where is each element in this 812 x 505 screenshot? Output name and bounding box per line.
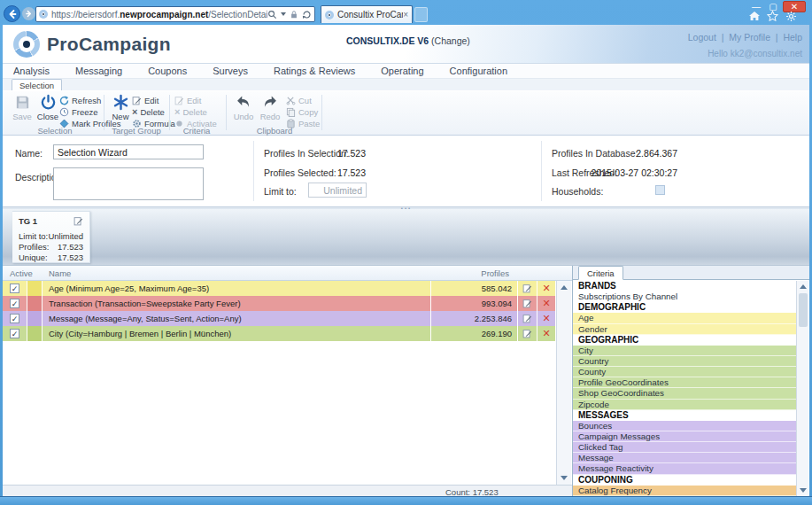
menu-item-ratings-reviews[interactable]: Ratings & Reviews xyxy=(274,66,355,76)
row-delete-icon[interactable]: ✕ xyxy=(537,311,556,326)
save-button[interactable]: Save xyxy=(10,93,35,125)
tab-criteria[interactable]: Criteria xyxy=(578,266,623,280)
target-group-card[interactable]: TG 1 Limit to:Unlimited Profiles:17.523 … xyxy=(12,211,90,263)
home-button[interactable] xyxy=(748,11,761,21)
menu-item-surveys[interactable]: Surveys xyxy=(213,66,248,76)
refresh-button[interactable]: Refresh xyxy=(59,95,101,105)
name-input[interactable] xyxy=(53,144,204,159)
tab-selection[interactable]: Selection xyxy=(12,79,62,90)
column-separator xyxy=(253,141,254,201)
criteria-row-city[interactable]: ✓ City (City=Hamburg | Bremen | Berlin |… xyxy=(3,326,556,341)
criteria-item-msg-reactivity[interactable]: Message Reactivity xyxy=(573,463,797,474)
new-tab-button[interactable] xyxy=(414,7,428,22)
criteria-item-county[interactable]: County xyxy=(573,367,797,377)
scroll-up-arrow[interactable] xyxy=(800,284,807,289)
criteria-item-catalog-freq[interactable]: Catalog Frequency xyxy=(573,486,797,496)
back-button[interactable] xyxy=(4,5,20,22)
criteria-row-age[interactable]: ✓ Age (Minimum Age=25, Maximum Age=35) 5… xyxy=(3,281,556,296)
tg-limit-value: Unlimited xyxy=(48,231,83,241)
menu-item-messaging[interactable]: Messaging xyxy=(75,66,122,76)
tab-close-icon[interactable]: × xyxy=(403,10,408,19)
row-edit-icon[interactable] xyxy=(522,284,532,293)
criteria-item-message[interactable]: Message xyxy=(573,453,797,463)
row-profiles: 993.094 xyxy=(431,296,518,311)
criteria-edit-button[interactable]: Edit xyxy=(174,95,201,105)
row-delete-icon[interactable]: ✕ xyxy=(537,296,556,311)
copy-label: Copy xyxy=(298,107,318,117)
cut-button[interactable]: Cut xyxy=(286,95,312,105)
profiles-in-database-value: 2.864.367 xyxy=(605,148,677,159)
undo-button[interactable]: Undo xyxy=(231,93,256,125)
search-dropdown-caret[interactable] xyxy=(281,12,286,16)
lock-icon xyxy=(290,10,298,19)
ribbon-tabstrip: Selection xyxy=(3,79,809,90)
criteria-item-shop-geo[interactable]: Shop GeoCoordinates xyxy=(573,388,797,399)
tg-edit-icon[interactable] xyxy=(73,216,83,226)
criteria-item-country[interactable]: Country xyxy=(573,356,797,367)
table-scrollbar[interactable] xyxy=(556,281,571,485)
menu-item-operating[interactable]: Operating xyxy=(381,66,423,76)
criteria-item-clicked-tag[interactable]: Clicked Tag xyxy=(573,442,797,453)
menu-item-configuration[interactable]: Configuration xyxy=(450,66,507,76)
status-bar: Count: 17.523 xyxy=(3,485,572,496)
freeze-label: Freeze xyxy=(72,107,98,117)
row-name: Message (Message=Any, Status=Sent, Actio… xyxy=(43,311,431,326)
row-edit-icon[interactable] xyxy=(522,299,532,308)
row-active-checkbox[interactable]: ✓ xyxy=(10,299,19,308)
ribbon-separator xyxy=(169,95,170,130)
row-delete-icon[interactable]: ✕ xyxy=(537,281,556,296)
criteria-item-campaign-msgs[interactable]: Campaign Messages xyxy=(573,431,797,442)
address-bar[interactable]: https://beiersdorf.newprocampaign.net/Se… xyxy=(35,6,315,22)
scroll-up-arrow[interactable] xyxy=(561,285,568,290)
copy-button[interactable]: Copy xyxy=(286,106,318,117)
criteria-scrollbar[interactable] xyxy=(796,281,808,496)
main-area: Active Name Profiles ✓ Age (Minimum Age=… xyxy=(3,265,809,496)
criteria-item-subscriptions[interactable]: Subscriptions By Channel xyxy=(573,291,797,302)
menu-item-coupons[interactable]: Coupons xyxy=(148,66,187,76)
criteria-item-zipcode[interactable]: Zipcode xyxy=(573,400,797,410)
criteria-delete-button[interactable]: × Delete xyxy=(174,106,207,117)
redo-icon xyxy=(261,94,279,111)
description-input[interactable] xyxy=(53,167,204,200)
criteria-row-transaction[interactable]: ✓ Transaction (Transaction=Sweepstake Pa… xyxy=(3,296,556,311)
search-icon[interactable] xyxy=(267,10,277,19)
limit-to-input[interactable] xyxy=(308,183,367,198)
criteria-item-profile-geo[interactable]: Profile GeoCoordinates xyxy=(573,377,797,388)
households-checkbox[interactable] xyxy=(655,185,665,195)
menu-item-analysis[interactable]: Analysis xyxy=(13,66,50,76)
row-profiles: 2.253.846 xyxy=(431,311,518,326)
criteria-row-message[interactable]: ✓ Message (Message=Any, Status=Sent, Act… xyxy=(3,311,556,326)
redo-button[interactable]: Redo xyxy=(258,93,282,125)
logout-link[interactable]: Logout xyxy=(688,32,716,43)
row-delete-icon[interactable]: ✕ xyxy=(537,326,556,341)
new-target-group-button[interactable]: New xyxy=(108,93,133,125)
criteria-item-city[interactable]: City xyxy=(573,346,797,356)
criteria-item-gender[interactable]: Gender xyxy=(573,324,797,335)
window-bottom-border xyxy=(0,496,812,505)
change-account-link[interactable]: (Change) xyxy=(431,35,470,46)
tg-delete-button[interactable]: × Delete xyxy=(132,106,165,117)
row-edit-icon[interactable] xyxy=(522,314,532,323)
app-header: ProCampaign CONSULTIX.DE V6 (Change) Log… xyxy=(3,25,809,64)
forward-button[interactable] xyxy=(22,7,35,20)
scroll-down-arrow[interactable] xyxy=(561,476,568,480)
my-profile-link[interactable]: My Profile xyxy=(729,32,770,43)
row-active-checkbox[interactable]: ✓ xyxy=(10,314,19,323)
tg-edit-button[interactable]: Edit xyxy=(132,95,159,105)
close-button[interactable]: Close xyxy=(35,93,60,125)
ribbon-separator xyxy=(321,95,322,130)
browser-tab[interactable]: Consultix ProCampaign × xyxy=(321,5,413,23)
criteria-item-age[interactable]: Age xyxy=(573,313,797,323)
cut-label: Cut xyxy=(298,96,312,105)
favorites-button[interactable] xyxy=(767,11,778,21)
row-edit-icon[interactable] xyxy=(522,329,532,338)
scroll-down-arrow[interactable] xyxy=(800,488,807,493)
row-active-checkbox[interactable]: ✓ xyxy=(10,284,19,293)
settings-button[interactable] xyxy=(785,11,797,22)
row-active-checkbox[interactable]: ✓ xyxy=(10,329,19,338)
scrollbar-thumb[interactable] xyxy=(799,293,808,327)
refresh-page-icon[interactable] xyxy=(302,10,312,19)
criteria-item-bounces[interactable]: Bounces xyxy=(573,421,797,431)
help-link[interactable]: Help xyxy=(783,32,802,43)
freeze-button[interactable]: Freeze xyxy=(59,106,98,117)
